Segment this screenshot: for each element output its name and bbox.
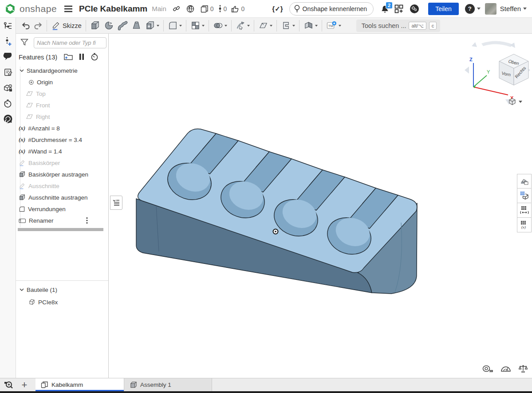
parts-section-header[interactable]: Bauteile (1): [16, 284, 108, 295]
featurescript-icon[interactable]: {✓}: [272, 5, 283, 13]
public-globe-icon[interactable]: [186, 5, 194, 13]
feature-menu-kebab-icon[interactable]: [86, 217, 88, 224]
comment-icon[interactable]: [3, 52, 13, 62]
user-name: Steffen: [500, 5, 521, 12]
thicken-tool-button[interactable]: [143, 19, 161, 32]
shortcut-key-alt: alt/⌥: [409, 22, 426, 30]
link-icon[interactable]: [173, 5, 180, 12]
notifications-bell-icon[interactable]: 2: [381, 4, 389, 13]
document-notes-icon[interactable]: [3, 67, 13, 77]
chevron-down-icon[interactable]: [20, 288, 24, 291]
extrude-icon: [19, 171, 26, 178]
properties-permissions-icon[interactable]: [3, 83, 13, 93]
extrude-tool-button[interactable]: [88, 19, 102, 32]
svg-text:(x): (x): [521, 225, 526, 229]
protractor-icon[interactable]: [501, 365, 511, 372]
workspace-name[interactable]: Main: [152, 5, 166, 12]
chevron-down-icon[interactable]: [20, 69, 24, 72]
tree-item-ausschnitte-austragen[interactable]: Ausschnitte austragen: [16, 192, 108, 203]
fillet-tool-button[interactable]: [166, 19, 184, 32]
rollback-bar[interactable]: [18, 228, 103, 231]
app-store-icon[interactable]: [394, 4, 403, 13]
document-title: PCIe Kabelkamm: [79, 4, 147, 14]
sketch-button[interactable]: Skizze: [49, 19, 83, 32]
view-cube-icon: [508, 98, 516, 106]
add-folder-icon[interactable]: [64, 53, 73, 60]
mass-properties-scale-icon[interactable]: [519, 365, 528, 373]
custom-feature-tool-button[interactable]: TM: [324, 19, 343, 32]
assembly-icon: [130, 381, 137, 389]
tab-kabelkamm[interactable]: Kabelkamm: [35, 378, 124, 391]
learning-center-icon[interactable]: [410, 4, 419, 14]
appearance-panel-button[interactable]: [517, 174, 532, 189]
plane-tool-button[interactable]: [256, 19, 274, 32]
version-graph-icon[interactable]: [3, 21, 13, 31]
learn-spiral-icon[interactable]: [3, 114, 13, 124]
split-tool-button[interactable]: [279, 19, 297, 32]
part-item-pcie8x[interactable]: PCIe8x: [16, 296, 108, 308]
share-button[interactable]: Teilen: [428, 3, 459, 15]
user-avatar[interactable]: [485, 3, 497, 15]
loft-tool-button[interactable]: [130, 19, 143, 32]
versions-icon[interactable]: [218, 5, 222, 13]
chevron-down-icon: [247, 25, 250, 27]
viewport-canvas[interactable]: Oben Vorn Rechts Z Y X (x): [109, 34, 532, 378]
configurations-panel-button[interactable]: [517, 189, 532, 203]
redo-button[interactable]: [32, 19, 44, 32]
like-icon[interactable]: [231, 5, 239, 13]
tree-item-right-plane[interactable]: Right: [16, 111, 108, 122]
search-tabs-button[interactable]: [0, 378, 17, 391]
add-tab-button[interactable]: +: [17, 378, 32, 391]
help-menu-button[interactable]: ?: [465, 4, 481, 14]
lightbulb-icon: [294, 5, 300, 12]
tree-item-basiskoerper[interactable]: Basiskörper: [16, 157, 108, 169]
tree-item-variable-wand[interactable]: (x) #Wand = 1.4: [16, 145, 108, 157]
view-options-dropdown[interactable]: [508, 98, 522, 106]
tools-search-button[interactable]: Tools suchen ... alt/⌥ c: [356, 20, 441, 32]
filter-icon[interactable]: [20, 39, 28, 46]
document-sidebar-strip: [0, 18, 16, 378]
tree-item-verrundungen[interactable]: Verrundungen: [16, 203, 108, 215]
hamburger-menu-icon[interactable]: [64, 5, 73, 12]
chevron-down-icon: [477, 8, 481, 10]
pattern-tool-button[interactable]: [189, 19, 206, 32]
tree-item-variable-durchmesser[interactable]: (x) #Durchmesser = 3.4: [16, 134, 108, 145]
chevron-down-icon: [292, 25, 295, 27]
feature-tree-panel: Features (13) Standardgeometrie Origin T…: [16, 34, 109, 378]
sweep-tool-button[interactable]: [116, 19, 130, 32]
extrude-icon: [19, 194, 26, 201]
rollback-history-icon[interactable]: [91, 53, 99, 61]
custom-tables-panel-button[interactable]: [517, 203, 532, 218]
tree-item-basiskoerper-austragen[interactable]: Basiskörper austragen: [16, 169, 108, 180]
tree-item-ausschnitte[interactable]: Ausschnitte: [16, 180, 108, 192]
origin-marker[interactable]: [273, 229, 278, 234]
onshape-logo-icon[interactable]: [4, 3, 16, 15]
variables-panel-button[interactable]: (x): [517, 218, 532, 232]
user-menu-chevron-icon[interactable]: [523, 8, 527, 10]
collapse-feature-panel-handle[interactable]: [110, 196, 122, 210]
feature-filter-input[interactable]: [34, 37, 106, 48]
tree-item-top-plane[interactable]: Top: [16, 88, 108, 99]
tree-item-origin[interactable]: Origin: [16, 76, 108, 88]
chevron-down-icon: [339, 25, 341, 27]
copies-icon[interactable]: [201, 5, 209, 13]
learn-onshape-button[interactable]: Onshape kennenlernen: [289, 2, 374, 16]
mirror-tool-button[interactable]: [302, 19, 319, 32]
chevron-down-icon: [202, 25, 205, 27]
boolean-tool-button[interactable]: [211, 19, 229, 32]
create-version-icon[interactable]: [3, 36, 13, 46]
tree-item-renamer[interactable]: Renamer: [16, 215, 108, 226]
tape-measure-icon[interactable]: [482, 365, 493, 373]
tab-assembly-1[interactable]: Assembly 1: [124, 378, 212, 391]
tree-item-variable-anzahl[interactable]: (x) #Anzahl = 8: [16, 122, 108, 134]
revolve-tool-button[interactable]: [102, 19, 116, 32]
plane-icon: [26, 102, 33, 108]
variable-icon: (x): [19, 136, 25, 143]
tree-item-front-plane[interactable]: Front: [16, 99, 108, 111]
transform-tool-button[interactable]: [234, 19, 252, 32]
undo-button[interactable]: [20, 19, 32, 32]
model-pcie-cable-comb[interactable]: [130, 120, 422, 297]
history-icon[interactable]: [3, 98, 13, 108]
suppress-pause-icon[interactable]: [79, 53, 84, 60]
tree-item-standardgeometrie[interactable]: Standardgeometrie: [16, 65, 108, 76]
